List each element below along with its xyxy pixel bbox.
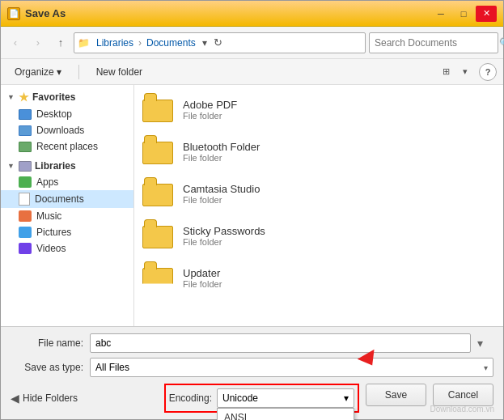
desktop-icon xyxy=(19,109,32,120)
encoding-value: Unicode xyxy=(222,392,258,404)
file-item-camtasia[interactable]: Camtasia StudioFile folder xyxy=(134,172,503,214)
pictures-label: Pictures xyxy=(36,227,71,238)
folder-icon-bluetooth xyxy=(142,135,175,168)
refresh-button[interactable]: ↻ xyxy=(214,36,222,49)
sidebar-libraries-header[interactable]: ▼ Libraries xyxy=(1,158,133,174)
sidebar-item-pictures[interactable]: Pictures xyxy=(1,224,133,240)
sidebar-favorites-label: Favorites xyxy=(32,91,75,103)
file-type-camtasia: File folder xyxy=(183,195,495,205)
savetype-label: Save as type: xyxy=(11,362,83,373)
title-controls: ─ □ ✕ xyxy=(430,6,497,22)
window-icon: 📄 xyxy=(7,7,20,20)
filename-row: File name: ▾ xyxy=(11,333,493,353)
file-item-sticky[interactable]: Sticky PasswordsFile folder xyxy=(134,214,503,257)
music-icon xyxy=(19,210,32,222)
address-bar: 📁 Libraries › Documents ▾ ↻ xyxy=(74,32,366,53)
search-icon: 🔍 xyxy=(499,37,504,49)
encoding-area: Encoding: Unicode ▾ ANSI Unicode Unicode… xyxy=(164,384,359,413)
desktop-label: Desktop xyxy=(36,108,72,120)
back-button[interactable]: ‹ xyxy=(6,33,25,53)
encoding-popup: ANSI Unicode Unicode big endian UTF-8 xyxy=(217,408,354,420)
file-info-updater: UpdaterFile folder xyxy=(183,267,495,289)
documents-crumb[interactable]: Documents xyxy=(143,36,199,49)
forward-button[interactable]: › xyxy=(28,33,48,53)
sidebar-item-desktop[interactable]: Desktop xyxy=(1,106,133,122)
sidebar-libraries-label: Libraries xyxy=(35,160,76,172)
hide-folders-button[interactable]: ◀ Hide Folders xyxy=(11,392,78,405)
view-details-button[interactable]: ▾ xyxy=(456,63,474,81)
sidebar-item-documents[interactable]: Documents xyxy=(1,190,133,208)
file-name-sticky: Sticky Passwords xyxy=(183,225,495,237)
file-item-updater[interactable]: UpdaterFile folder xyxy=(134,257,503,299)
file-item-adobe[interactable]: Adobe PDFFile folder xyxy=(134,88,503,130)
sidebar-item-downloads[interactable]: Downloads xyxy=(1,122,133,138)
file-type-bluetooth: File folder xyxy=(183,153,495,163)
minimize-button[interactable]: ─ xyxy=(430,6,451,22)
apps-label: Apps xyxy=(36,176,58,188)
maximize-button[interactable]: □ xyxy=(453,6,474,22)
encoding-dropdown[interactable]: Unicode ▾ xyxy=(217,388,354,408)
file-type-sticky: File folder xyxy=(183,237,495,247)
arrow-indicator xyxy=(354,361,374,374)
sidebar-favorites-header[interactable]: ▼ ★ Favorites xyxy=(1,88,133,106)
help-button[interactable]: ? xyxy=(479,63,497,81)
libraries-expand-icon: ▼ xyxy=(7,162,15,170)
savetype-dropdown[interactable]: All Files ▾ xyxy=(90,358,493,377)
file-info-bluetooth: Bluetooth FolderFile folder xyxy=(183,141,495,163)
folder-icon-camtasia xyxy=(142,177,175,210)
close-button[interactable]: ✕ xyxy=(476,6,497,22)
sidebar: ▼ ★ Favorites Desktop Downloads Recent p… xyxy=(1,85,134,326)
organize-button[interactable]: Organize ▾ xyxy=(7,62,69,82)
music-label: Music xyxy=(36,210,61,222)
encoding-dropdown-arrow: ▾ xyxy=(344,392,349,404)
address-dropdown-arrow[interactable]: ▾ xyxy=(202,37,207,49)
up-button[interactable]: ↑ xyxy=(51,33,70,53)
sidebar-item-music[interactable]: Music xyxy=(1,208,133,224)
folder-icon-updater xyxy=(142,261,175,294)
file-item-bluetooth[interactable]: Bluetooth FolderFile folder xyxy=(134,130,503,172)
libraries-crumb[interactable]: Libraries xyxy=(93,36,137,49)
cancel-button[interactable]: Cancel xyxy=(433,384,493,406)
filename-dropdown-arrow[interactable]: ▾ xyxy=(477,337,493,350)
window-title: Save As xyxy=(25,7,66,19)
videos-icon xyxy=(19,243,32,254)
address-icon: 📁 xyxy=(78,37,90,49)
toolbar: Organize ▾ New folder ⊞ ▾ ? xyxy=(1,59,503,85)
favorites-star-icon: ★ xyxy=(19,91,29,104)
folder-icon-adobe xyxy=(142,93,175,125)
videos-label: Videos xyxy=(36,243,66,254)
search-box: 🔍 xyxy=(369,32,498,53)
documents-label: Documents xyxy=(35,193,84,205)
file-info-camtasia: Camtasia StudioFile folder xyxy=(183,183,495,205)
file-name-camtasia: Camtasia Studio xyxy=(183,183,495,195)
save-button[interactable]: Save xyxy=(366,384,426,406)
savetype-arrow: ▾ xyxy=(484,363,488,372)
sidebar-item-videos[interactable]: Videos xyxy=(1,240,133,257)
filename-label: File name: xyxy=(11,337,83,349)
savetype-value: All Files xyxy=(95,362,129,373)
file-info-sticky: Sticky PasswordsFile folder xyxy=(183,225,495,247)
sidebar-item-apps[interactable]: Apps xyxy=(1,174,133,190)
watermark: Download.com.vn xyxy=(430,405,494,414)
folder-icon-sticky xyxy=(142,219,175,252)
view-icons: ⊞ ▾ ? xyxy=(437,63,497,81)
file-name-updater: Updater xyxy=(183,267,495,279)
encoding-dropdown-container: Unicode ▾ ANSI Unicode Unicode big endia… xyxy=(217,388,354,408)
file-type-updater: File folder xyxy=(183,279,495,289)
sidebar-libraries-section: ▼ Libraries Apps Documents Music xyxy=(1,158,133,257)
view-toggle-button[interactable]: ⊞ xyxy=(437,63,455,81)
navigation-bar: ‹ › ↑ 📁 Libraries › Documents ▾ ↻ 🔍 xyxy=(1,27,503,59)
apps-icon xyxy=(19,176,32,188)
pictures-icon xyxy=(19,227,32,238)
sidebar-item-recent[interactable]: Recent places xyxy=(1,138,133,155)
bottom-section: File name: ▾ Save as type: All Files ▾ ◀… xyxy=(1,326,503,419)
filename-input[interactable] xyxy=(90,333,471,353)
new-folder-button[interactable]: New folder xyxy=(89,62,150,82)
file-info-adobe: Adobe PDFFile folder xyxy=(183,99,495,121)
encoding-label: Encoding: xyxy=(169,392,212,404)
search-input[interactable] xyxy=(375,37,496,49)
hide-folders-icon: ◀ xyxy=(11,392,19,405)
title-bar-left: 📄 Save As xyxy=(7,7,66,20)
main-area: ▼ ★ Favorites Desktop Downloads Recent p… xyxy=(1,85,503,326)
encoding-option-ansi[interactable]: ANSI xyxy=(218,409,354,420)
